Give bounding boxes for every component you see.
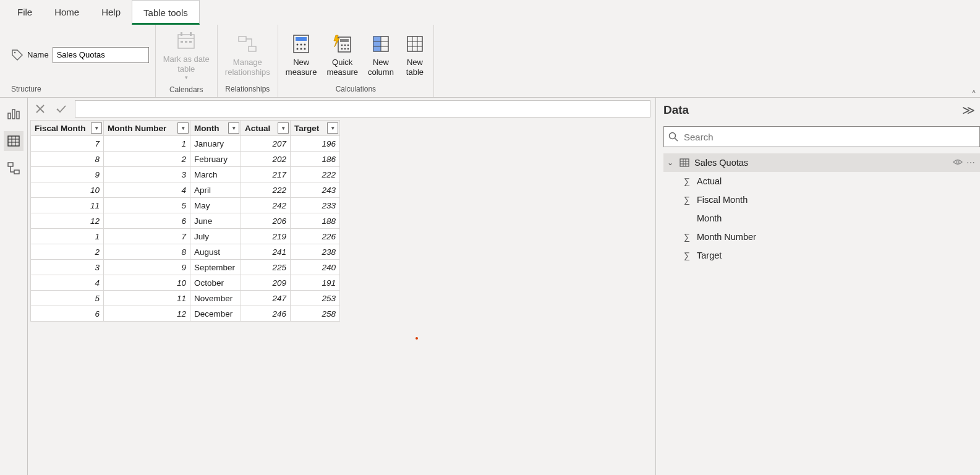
cell-target[interactable]: 188 [291,213,340,229]
table-row[interactable]: 39September225240 [31,260,340,275]
cell-month[interactable]: April [190,182,241,198]
cell-monthnum[interactable]: 1 [104,136,190,152]
cell-actual[interactable]: 247 [241,291,291,306]
cell-monthnum[interactable]: 8 [104,244,190,260]
cell-month[interactable]: February [190,152,241,167]
new-table-button[interactable]: New table [401,30,428,80]
cell-month[interactable]: October [190,275,241,291]
cell-actual[interactable]: 246 [241,306,291,322]
menu-help[interactable]: Help [90,0,132,25]
cell-target[interactable]: 233 [291,198,340,213]
cell-actual[interactable]: 242 [241,198,291,213]
cell-fiscal[interactable]: 3 [31,260,104,275]
col-header-fiscal-month[interactable]: Fiscal Month▾ [31,121,104,136]
cell-month[interactable]: November [190,291,241,306]
cell-month[interactable]: May [190,198,241,213]
cell-fiscal[interactable]: 9 [31,167,104,182]
col-header-target[interactable]: Target▾ [291,121,340,136]
mark-as-date-table-button[interactable]: Mark as date table ▾ [161,27,212,83]
cell-target[interactable]: 196 [291,136,340,152]
table-row[interactable]: 82February202186 [31,152,340,167]
cell-actual[interactable]: 225 [241,260,291,275]
cell-monthnum[interactable]: 2 [104,152,190,167]
tree-field[interactable]: ∑Actual [663,172,980,190]
cancel-formula-button[interactable] [33,100,48,118]
manage-relationships-button[interactable]: Manage relationships [223,30,273,80]
tree-table-sales-quotas[interactable]: ⌄ Sales Quotas ⋯ [663,153,980,172]
tree-field[interactable]: ∑Month Number [663,228,980,246]
menu-home[interactable]: Home [43,0,90,25]
cell-fiscal[interactable]: 2 [31,244,104,260]
model-view-button[interactable] [4,158,23,178]
col-header-actual[interactable]: Actual▾ [241,121,291,136]
cell-target[interactable]: 186 [291,152,340,167]
new-measure-button[interactable]: New measure [283,30,320,80]
commit-formula-button[interactable] [54,100,69,118]
cell-fiscal[interactable]: 11 [31,198,104,213]
cell-actual[interactable]: 207 [241,136,291,152]
cell-target[interactable]: 243 [291,182,340,198]
cell-monthnum[interactable]: 9 [104,260,190,275]
table-row[interactable]: 115May242233 [31,198,340,213]
cell-target[interactable]: 258 [291,306,340,322]
cell-actual[interactable]: 222 [241,182,291,198]
table-row[interactable]: 511November247253 [31,291,340,306]
filter-button[interactable]: ▾ [91,122,102,134]
filter-button[interactable]: ▾ [177,122,189,134]
cell-actual[interactable]: 206 [241,213,291,229]
more-options-icon[interactable]: ⋯ [966,158,975,168]
filter-button[interactable]: ▾ [327,122,338,134]
cell-fiscal[interactable]: 7 [31,136,104,152]
cell-month[interactable]: January [190,136,241,152]
tree-field[interactable]: ∑Target [663,246,980,265]
search-box[interactable] [663,126,980,147]
cell-month[interactable]: December [190,306,241,322]
cell-fiscal[interactable]: 1 [31,229,104,244]
cell-monthnum[interactable]: 5 [104,198,190,213]
cell-target[interactable]: 191 [291,275,340,291]
filter-button[interactable]: ▾ [278,122,289,134]
table-row[interactable]: 126June206188 [31,213,340,229]
table-name-input[interactable] [53,47,149,63]
cell-month[interactable]: September [190,260,241,275]
table-row[interactable]: 93March217222 [31,167,340,182]
col-header-month[interactable]: Month▾ [190,121,241,136]
cell-actual[interactable]: 217 [241,167,291,182]
table-row[interactable]: 17July219226 [31,229,340,244]
cell-target[interactable]: 240 [291,260,340,275]
data-view-button[interactable] [4,131,23,151]
cell-fiscal[interactable]: 5 [31,291,104,306]
menu-file[interactable]: File [6,0,43,25]
table-row[interactable]: 612December246258 [31,306,340,322]
table-row[interactable]: 28August241238 [31,244,340,260]
col-header-month-number[interactable]: Month Number▾ [104,121,190,136]
cell-month[interactable]: August [190,244,241,260]
new-column-button[interactable]: New column [365,30,396,80]
cell-actual[interactable]: 241 [241,244,291,260]
table-row[interactable]: 104April222243 [31,182,340,198]
cell-monthnum[interactable]: 6 [104,213,190,229]
cell-month[interactable]: June [190,213,241,229]
cell-target[interactable]: 226 [291,229,340,244]
cell-target[interactable]: 253 [291,291,340,306]
cell-target[interactable]: 222 [291,167,340,182]
table-row[interactable]: 410October209191 [31,275,340,291]
cell-monthnum[interactable]: 3 [104,167,190,182]
cell-monthnum[interactable]: 12 [104,306,190,322]
cell-monthnum[interactable]: 10 [104,275,190,291]
quick-measure-button[interactable]: Quick measure [324,30,360,80]
cell-fiscal[interactable]: 4 [31,275,104,291]
cell-monthnum[interactable]: 7 [104,229,190,244]
tree-field[interactable]: ∑Fiscal Month [663,190,980,209]
filter-button[interactable]: ▾ [228,122,239,134]
cell-actual[interactable]: 202 [241,152,291,167]
visibility-icon[interactable] [953,158,963,168]
cell-month[interactable]: March [190,167,241,182]
report-view-button[interactable] [4,104,23,124]
cell-actual[interactable]: 219 [241,229,291,244]
tree-field[interactable]: Month [663,209,980,228]
cell-actual[interactable]: 209 [241,275,291,291]
cell-fiscal[interactable]: 6 [31,306,104,322]
table-row[interactable]: 71January207196 [31,136,340,152]
formula-input[interactable] [75,100,650,118]
